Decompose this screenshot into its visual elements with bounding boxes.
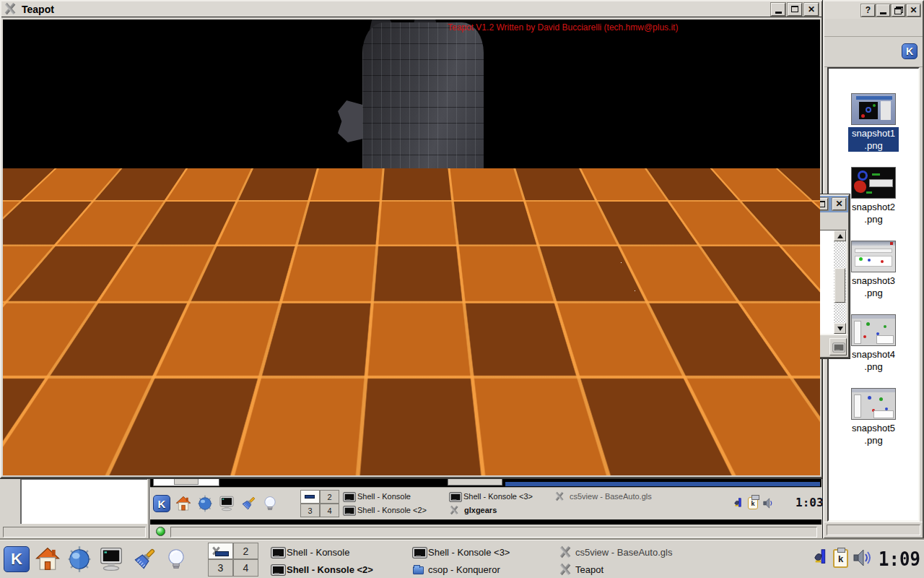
tab-shell[interactable]: Shell: [392, 337, 443, 355]
task-teapot[interactable]: Teapot: [559, 561, 603, 577]
background-window-fragment-left[interactable]: [0, 475, 149, 540]
menu-help[interactable]: Help: [593, 214, 624, 228]
inner-pager-desktop-4: 4: [320, 504, 339, 517]
konqueror-titlebar[interactable]: ? ✕: [824, 1, 923, 19]
scrollbar-thumb[interactable]: [834, 268, 845, 303]
x11-task-icon: [559, 564, 571, 575]
brush-icon: [131, 545, 158, 573]
menu-view[interactable]: View: [450, 214, 481, 228]
bulb-launcher[interactable]: [162, 545, 191, 574]
terminal-line: csop@cs33:~> ksnapshot: [376, 261, 830, 274]
konsole-window: Shell - Konsole <2> ✕ Session Edit View …: [369, 194, 850, 358]
konqueror-launcher[interactable]: [65, 545, 94, 574]
session-list-button[interactable]: [829, 338, 847, 355]
background-window-statusbar: [3, 527, 146, 538]
file-label: snapshot3.png: [852, 275, 895, 299]
terminal-line: csop@cs33:~> ksnapshot: [376, 300, 830, 313]
menu-settings[interactable]: Settings: [545, 214, 592, 228]
screenshot-scrollbar-thumb: [174, 478, 199, 485]
x11-task-icon: [450, 506, 458, 514]
pager-desktop-4[interactable]: 4: [233, 559, 258, 577]
scroll-up-button[interactable]: [834, 230, 846, 241]
lightbulb-icon: [164, 547, 188, 571]
file-item-snapshot2[interactable]: snapshot2.png: [851, 167, 896, 225]
restore-button[interactable]: [892, 4, 905, 17]
minimize-button[interactable]: [796, 198, 810, 210]
render-artifact-bar: [3, 396, 94, 403]
teapot-credit-text: Teapot V1.2 Written by David Bucciarelli…: [448, 22, 678, 33]
tray-klipper[interactable]: k: [833, 549, 848, 568]
close-button[interactable]: ✕: [832, 198, 846, 210]
menu-session[interactable]: Session: [373, 214, 419, 228]
file-item-snapshot5[interactable]: snapshot5.png: [851, 388, 896, 447]
teapot-window-title: Teapot: [22, 4, 767, 15]
konsole-launcher[interactable]: [97, 545, 126, 574]
status-led-icon: [156, 527, 165, 536]
minimize-button[interactable]: [876, 4, 890, 17]
home-icon: [34, 545, 61, 573]
maximize-button[interactable]: [814, 198, 828, 210]
inner-konsole-icon: [218, 495, 235, 515]
menu-bookmarks[interactable]: Bookmarks: [483, 214, 544, 228]
konqueror-toolbar[interactable]: K: [824, 37, 923, 67]
inner-klipper-icon: k: [748, 497, 758, 509]
file-thumbnail: [851, 388, 896, 420]
inner-kmenu-icon: K: [153, 495, 170, 512]
terminal-scrollbar[interactable]: [834, 230, 846, 334]
konqueror-statusbar: [824, 522, 923, 538]
kicker-panel: K 2 3 4 Shell - Konsole Shell - Konsole …: [0, 540, 924, 578]
maximize-button[interactable]: [788, 3, 802, 16]
konqueror-menubar-strip[interactable]: [824, 19, 923, 37]
scroll-down-button[interactable]: [834, 323, 846, 334]
brush-launcher[interactable]: [130, 545, 159, 574]
file-label: snapshot5.png: [852, 422, 895, 447]
tray-snapshot-tool[interactable]: [813, 548, 832, 569]
panel-clock[interactable]: 1:09: [878, 545, 921, 573]
kmenu-button[interactable]: K: [4, 546, 30, 572]
x11-task-icon: [559, 546, 571, 558]
close-button[interactable]: ✕: [804, 3, 819, 16]
task-shell-konsole-2[interactable]: Shell - Konsole <2>: [271, 561, 373, 577]
teapot-titlebar[interactable]: Teapot ✕: [1, 1, 821, 17]
file-thumbnail: [851, 93, 896, 125]
terminal-cursor: [376, 457, 382, 468]
inner-task-shell-konsole-2: Shell - Konsole <2>: [344, 504, 427, 517]
konsole-tabbar: Shell: [370, 335, 848, 357]
tray-volume[interactable]: [852, 548, 872, 571]
menu-edit[interactable]: Edit: [421, 214, 448, 228]
session-list-icon: [833, 342, 842, 350]
file-item-snapshot3[interactable]: snapshot3.png: [851, 241, 896, 299]
inner-task-glxgears: glxgears: [450, 504, 497, 517]
file-item-snapshot4[interactable]: snapshot4.png: [851, 314, 896, 373]
minimize-button[interactable]: [771, 3, 785, 16]
render-artifact-bar: [3, 366, 95, 372]
frame-rate-text: Frame rate: 13.377926: [14, 454, 143, 468]
inner-globe-icon: [196, 495, 214, 515]
help-button[interactable]: ?: [861, 4, 875, 17]
inner-tray-tool-icon: [733, 497, 745, 512]
task-shell-konsole[interactable]: Shell - Konsole: [271, 544, 349, 560]
file-thumbnail: [851, 167, 896, 199]
task-csop-konqueror[interactable]: csop - Konqueror: [413, 561, 500, 577]
konsole-titlebar[interactable]: Shell - Konsole <2> ✕: [370, 196, 848, 212]
close-button[interactable]: ✕: [907, 4, 920, 17]
terminal-area[interactable]: csop@cs33:~> ksnapshot csop@cs33:~> ksna…: [372, 230, 847, 335]
pager-desktop-3[interactable]: 3: [208, 559, 233, 577]
speaker-icon: [852, 548, 872, 568]
pager-desktop-1[interactable]: [208, 543, 233, 559]
file-item-snapshot1[interactable]: snapshot1.png: [848, 93, 899, 152]
task-cs5view[interactable]: cs5view - BaseAuto.gls: [559, 544, 672, 560]
file-label: snapshot4.png: [852, 348, 895, 373]
new-session-button[interactable]: [372, 338, 389, 355]
terminal-line: csop@cs33:~> ksnapshot: [376, 417, 830, 430]
terminal-text: csop@cs33:~> ksnapshot csop@cs33:~> ksna…: [376, 235, 830, 334]
inner-pager-desktop-1: [300, 490, 320, 504]
pager-desktop-2[interactable]: 2: [233, 543, 258, 559]
home-launcher[interactable]: [33, 545, 62, 574]
shell-tab-icon: [398, 342, 408, 350]
inner-home-icon: [175, 495, 192, 515]
konsole-task-icon: [344, 506, 353, 514]
background-window-content: [20, 479, 147, 524]
folder-task-icon: [413, 566, 424, 574]
task-shell-konsole-3[interactable]: Shell - Konsole <3>: [413, 544, 510, 560]
